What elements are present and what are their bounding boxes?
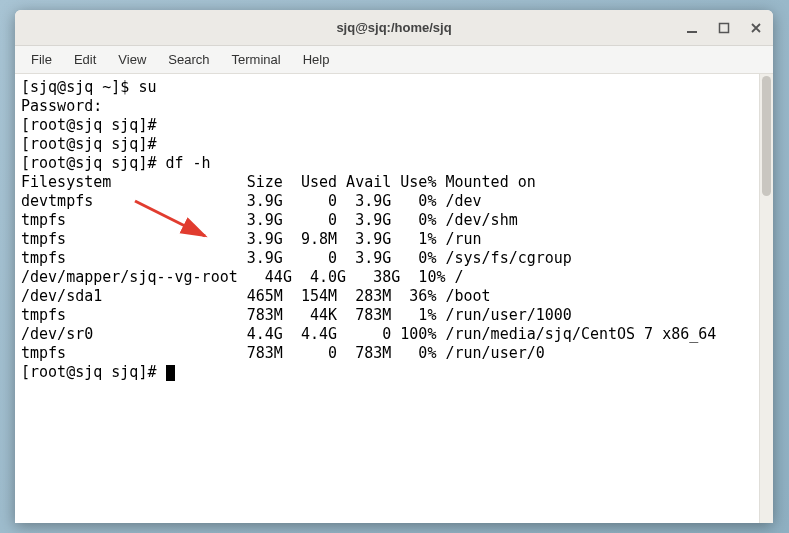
df-row: tmpfs 3.9G 0 3.9G 0% /dev/shm [21,211,518,229]
window-controls [683,10,765,45]
close-button[interactable] [747,19,765,37]
menu-file[interactable]: File [21,49,62,70]
df-row: devtmpfs 3.9G 0 3.9G 0% /dev [21,192,482,210]
titlebar: sjq@sjq:/home/sjq [15,10,773,46]
df-row: /dev/sr0 4.4G 4.4G 0 100% /run/media/sjq… [21,325,716,343]
df-row: /dev/sda1 465M 154M 283M 36% /boot [21,287,491,305]
df-row: tmpfs 3.9G 9.8M 3.9G 1% /run [21,230,482,248]
minimize-button[interactable] [683,19,701,37]
df-row: tmpfs 783M 0 783M 0% /run/user/0 [21,344,545,362]
menu-search[interactable]: Search [158,49,219,70]
menu-help[interactable]: Help [293,49,340,70]
prompt: [root@sjq sjq]# [21,363,166,381]
svg-rect-0 [687,31,697,33]
menu-terminal[interactable]: Terminal [222,49,291,70]
term-line: [root@sjq sjq]# [21,135,156,153]
scrollbar[interactable] [759,74,773,523]
term-line: [root@sjq sjq]# [21,116,156,134]
term-line: Password: [21,97,102,115]
terminal-content[interactable]: [sjq@sjq ~]$ su Password: [root@sjq sjq]… [15,74,759,523]
menu-view[interactable]: View [108,49,156,70]
terminal-window: sjq@sjq:/home/sjq File Edit View Search … [15,10,773,523]
menu-edit[interactable]: Edit [64,49,106,70]
menubar: File Edit View Search Terminal Help [15,46,773,74]
svg-rect-1 [720,23,729,32]
df-row: /dev/mapper/sjq--vg-root 44G 4.0G 38G 10… [21,268,464,286]
df-row: tmpfs 3.9G 0 3.9G 0% /sys/fs/cgroup [21,249,572,267]
cursor [166,365,175,381]
term-line: [sjq@sjq ~]$ su [21,78,156,96]
term-line: [root@sjq sjq]# df -h [21,154,211,172]
terminal-area: [sjq@sjq ~]$ su Password: [root@sjq sjq]… [15,74,773,523]
maximize-button[interactable] [715,19,733,37]
df-row: tmpfs 783M 44K 783M 1% /run/user/1000 [21,306,572,324]
scrollbar-thumb[interactable] [762,76,771,196]
window-title: sjq@sjq:/home/sjq [336,20,451,35]
df-header: Filesystem Size Used Avail Use% Mounted … [21,173,536,191]
